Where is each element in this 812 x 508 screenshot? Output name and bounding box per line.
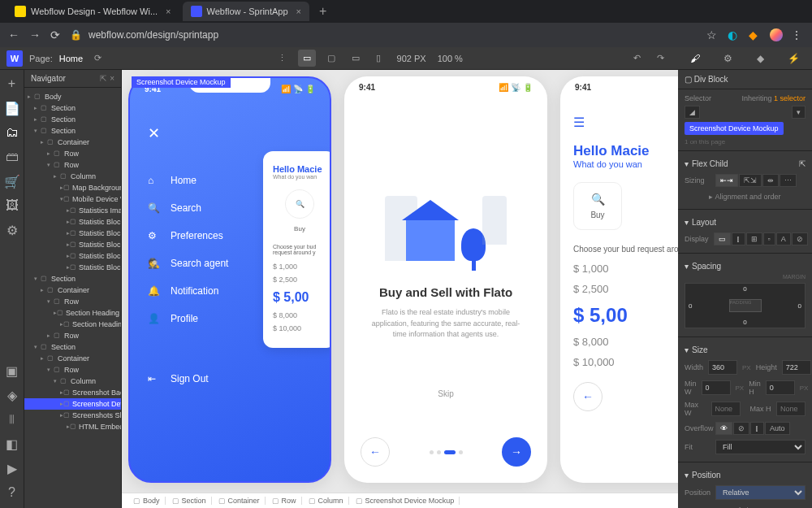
mobile-breakpoint-icon[interactable]: ▯ xyxy=(371,50,386,67)
tree-item[interactable]: ▾▢Row xyxy=(24,296,121,307)
height-input[interactable] xyxy=(782,360,811,375)
reload-button[interactable]: ⟳ xyxy=(50,28,60,41)
zoom-percent[interactable]: 100 % xyxy=(438,54,463,63)
maxh-input[interactable] xyxy=(776,402,806,416)
breadcrumb-item[interactable]: ▢Row xyxy=(267,497,302,505)
hamburger-icon[interactable]: ☰ xyxy=(573,115,678,130)
tree-item[interactable]: ▾▢Row xyxy=(24,159,121,171)
tablet-breakpoint-icon[interactable]: ▢ xyxy=(322,50,340,67)
canvas-width[interactable]: 902 PX xyxy=(397,54,426,63)
extension-icon-1[interactable]: ◐ xyxy=(728,28,741,41)
breadcrumb-item[interactable]: ▢Body xyxy=(128,497,166,505)
tree-item[interactable]: ▸▢HTML Embed xyxy=(24,421,121,432)
tree-item[interactable]: ▸▢Statistic Block xyxy=(24,228,121,239)
tutorial-icon[interactable]: ◧ xyxy=(5,436,19,451)
tree-item[interactable]: ▸▢Statistic Block xyxy=(24,250,121,262)
sizing-custom[interactable]: ⋯ xyxy=(780,174,797,187)
size-header[interactable]: ▾ Size xyxy=(685,342,806,358)
display-inline[interactable]: A xyxy=(776,232,791,245)
card-search-icon[interactable]: 🔍 xyxy=(285,189,314,219)
spacing-header[interactable]: ▾ Spacing xyxy=(685,258,806,274)
tree-item[interactable]: ▾▢Section xyxy=(24,125,121,137)
tree-item[interactable]: ▸▢Section Heading C xyxy=(24,307,121,319)
breadcrumb-item[interactable]: ▢Column xyxy=(304,497,349,505)
menu-icon[interactable]: ⋮ xyxy=(791,28,804,41)
layout-header[interactable]: ▾ Layout xyxy=(685,215,806,230)
tree-item[interactable]: ▾▢Column xyxy=(24,376,121,387)
profile-avatar[interactable] xyxy=(770,28,783,41)
overflow-visible[interactable]: 👁 xyxy=(715,422,732,435)
onboard-next-button[interactable]: → xyxy=(502,437,531,467)
refresh-preview-icon[interactable]: ⟳ xyxy=(89,50,106,67)
tree-item[interactable]: ▾▢Mobile Device W xyxy=(24,193,121,205)
tree-item[interactable]: ▸▢Section Heading xyxy=(24,319,121,330)
tab-close-0[interactable]: × xyxy=(166,7,171,16)
back-button[interactable]: ← xyxy=(8,28,19,41)
help-icon[interactable]: ⫴ xyxy=(5,412,19,427)
spacing-editor[interactable]: 0 0 0 0 PADDING xyxy=(685,283,806,328)
browser-tab-1[interactable]: Webflow - SprintApp × xyxy=(183,2,310,21)
maxw-input[interactable] xyxy=(711,402,741,416)
onboard-back-button[interactable]: ← xyxy=(361,437,390,467)
display-grid[interactable]: ⊞ xyxy=(746,232,762,245)
audit-icon[interactable]: ▣ xyxy=(5,363,19,378)
signout-button[interactable]: ⇤ Sign Out xyxy=(148,365,312,393)
search-icon[interactable]: ◈ xyxy=(5,388,19,402)
style-manager-tab-icon[interactable]: ◆ xyxy=(757,53,764,64)
redo-icon[interactable]: ↷ xyxy=(652,50,669,67)
position-select[interactable]: Relative xyxy=(715,485,806,500)
tree-item[interactable]: ▸▢Section xyxy=(24,102,121,114)
tree-item[interactable]: ▾▢Row xyxy=(24,364,121,376)
tree-item[interactable]: ▸▢Column xyxy=(24,171,121,182)
overflow-auto[interactable]: Auto xyxy=(765,422,790,435)
url-bar[interactable]: 🔒 webflow.com/design/sprintapp xyxy=(70,29,697,41)
tree-item[interactable]: ▸▢Row xyxy=(24,330,121,341)
tree-item[interactable]: ▸▢Statistic Block xyxy=(24,216,121,228)
breadcrumb-item[interactable]: ▢Container xyxy=(214,497,266,505)
position-header[interactable]: ▾ Position xyxy=(685,467,806,483)
desktop-breakpoint-icon[interactable]: ▭ xyxy=(298,50,316,67)
display-inline-block[interactable]: ▫ xyxy=(763,232,775,245)
pages-icon[interactable]: 📄 xyxy=(5,101,19,115)
new-tab-button[interactable]: + xyxy=(313,4,333,19)
tree-item[interactable]: ▾▢Section xyxy=(24,341,121,353)
assets-icon[interactable]: 🖼 xyxy=(5,198,19,213)
tree-item[interactable]: ▸▢Section xyxy=(24,114,121,125)
interactions-tab-icon[interactable]: ⚡ xyxy=(788,53,800,64)
flex-child-header[interactable]: ▾ Flex Child⇱ xyxy=(685,156,806,172)
breadcrumb-item[interactable]: ▢Screenshot Device Mockup xyxy=(351,497,460,505)
alignment-expand[interactable]: ▸ Alignment and order xyxy=(685,189,806,204)
state-dropdown[interactable]: ▾ xyxy=(792,106,806,119)
settings-tab-icon[interactable]: ⚙ xyxy=(723,53,732,64)
overflow-scroll[interactable]: ⫿ xyxy=(750,422,764,435)
inheriting-count[interactable]: 1 selector xyxy=(774,94,806,102)
s3-back-button[interactable]: ← xyxy=(573,382,603,411)
fit-select[interactable]: Fill xyxy=(715,440,806,454)
extension-icon-2[interactable]: ◆ xyxy=(749,28,762,41)
display-flex[interactable]: ⫿ xyxy=(732,232,745,245)
browser-tab-0[interactable]: Webflow Design - Webflow Wi... × xyxy=(6,2,179,21)
page-name[interactable]: Home xyxy=(59,54,83,63)
close-navigator-icon[interactable]: × xyxy=(110,74,114,83)
landscape-breakpoint-icon[interactable]: ▭ xyxy=(347,50,365,67)
tree-item[interactable]: ▸▢Map Background xyxy=(24,182,121,193)
tree-item[interactable]: ▸▢Statistic Block xyxy=(24,239,121,250)
support-icon[interactable]: ? xyxy=(5,485,19,500)
canvas[interactable]: Screenshot Device Mockup 9:41 📶 📡 🔋 ✕ ⌂H… xyxy=(122,70,678,493)
width-input[interactable] xyxy=(708,360,737,375)
tree-item[interactable]: ▸▢Screenshot Devi xyxy=(24,398,121,410)
star-icon[interactable]: ☆ xyxy=(706,28,719,41)
webflow-logo[interactable]: W xyxy=(6,50,23,67)
tree-item[interactable]: ▸▢Statistics Imag xyxy=(24,205,121,216)
menu-close-icon[interactable]: ✕ xyxy=(148,124,312,142)
navigator-icon[interactable]: 🗂 xyxy=(5,125,19,140)
tree-item[interactable]: ▸▢Statistic Block xyxy=(24,262,121,273)
tree-item[interactable]: ▸▢Container xyxy=(24,284,121,296)
ecommerce-icon[interactable]: 🛒 xyxy=(5,174,19,189)
tree-item[interactable]: ▸▢Body xyxy=(24,91,121,102)
cms-icon[interactable]: 🗃 xyxy=(5,150,19,164)
screen3-card[interactable]: 🔍 Buy xyxy=(573,182,622,230)
class-tag[interactable]: Screenshot Device Mockup xyxy=(685,122,784,135)
collapse-icon[interactable]: ⇱ xyxy=(100,74,106,83)
tree-item[interactable]: ▸▢Container xyxy=(24,353,121,364)
